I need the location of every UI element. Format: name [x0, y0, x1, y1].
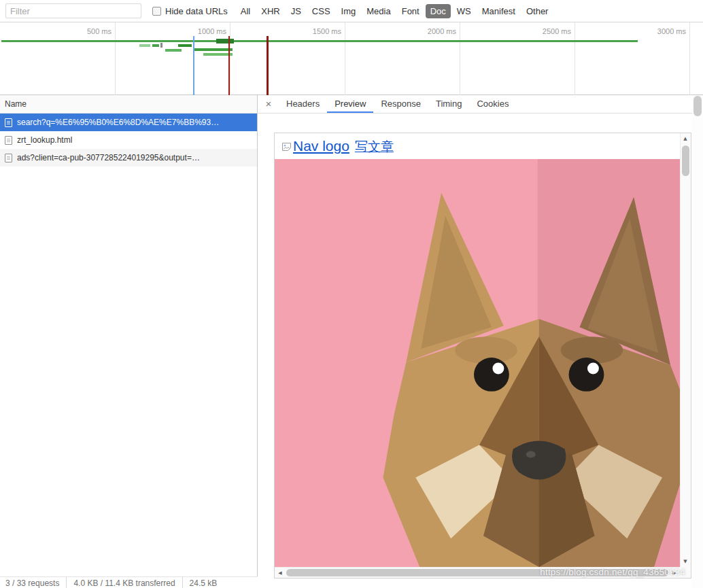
request-row[interactable]: ads?client=ca-pub-3077285224019295&outpu…: [0, 149, 257, 167]
filter-input[interactable]: [5, 3, 141, 18]
scroll-up-icon[interactable]: ▲: [680, 133, 691, 144]
scrollbar-corner: [680, 567, 691, 578]
preview-frame: Nav logo写文章: [274, 133, 691, 578]
preview-vertical-scrollbar[interactable]: ▲ ▼: [680, 133, 691, 567]
filter-all[interactable]: All: [236, 4, 255, 18]
broken-image-icon: [281, 142, 292, 152]
hide-data-urls-checkbox[interactable]: [152, 7, 161, 16]
resource-type-filters: All XHR JS CSS Img Media Font Doc WS Man…: [236, 4, 555, 18]
document-icon: [5, 136, 12, 145]
resources-size: 24.5 kB: [183, 577, 224, 588]
horizontal-scrollbar-thumb[interactable]: [286, 569, 668, 576]
close-icon[interactable]: ×: [258, 95, 279, 113]
network-status-bar: 3 / 33 requests 4.0 KB / 11.4 KB transfe…: [0, 576, 258, 588]
preview-nav-line: Nav logo写文章: [275, 133, 680, 159]
tab-preview[interactable]: Preview: [327, 95, 373, 113]
request-row[interactable]: search?q=%E6%95%B0%E6%8D%AE%E7%BB%93…: [0, 114, 257, 131]
document-icon: [5, 118, 12, 127]
scroll-down-icon[interactable]: ▼: [680, 556, 691, 567]
dog-illustration: [275, 159, 680, 567]
vertical-scrollbar-thumb[interactable]: [682, 145, 689, 176]
requests-count: 3 / 33 requests: [0, 577, 67, 588]
detail-tabbar: × Headers Preview Response Timing Cookie…: [258, 95, 703, 114]
tab-timing[interactable]: Timing: [428, 95, 470, 113]
overview-track: [0, 22, 703, 95]
request-name: ads?client=ca-pub-3077285224019295&outpu…: [17, 153, 200, 162]
tab-cookies[interactable]: Cookies: [469, 95, 516, 113]
name-column-header[interactable]: Name: [0, 95, 257, 114]
hide-data-urls-label[interactable]: Hide data URLs: [165, 6, 228, 16]
write-article-link[interactable]: 写文章: [355, 139, 394, 154]
nav-logo-link[interactable]: Nav logo: [293, 138, 349, 154]
detail-panel: × Headers Preview Response Timing Cookie…: [258, 95, 703, 588]
filter-ws[interactable]: WS: [452, 4, 476, 18]
panel-scrollbar-thumb[interactable]: [693, 96, 702, 116]
filter-img[interactable]: Img: [337, 4, 361, 18]
network-toolbar: Hide data URLs All XHR JS CSS Img Media …: [0, 0, 703, 22]
preview-horizontal-scrollbar[interactable]: ◀ ▶: [275, 567, 680, 578]
requests-panel: Name search?q=%E6%95%B0%E6%8D%AE%E7%BB%9…: [0, 95, 258, 588]
document-icon: [5, 154, 12, 162]
filter-doc[interactable]: Doc: [426, 4, 451, 18]
request-name: zrt_lookup.html: [17, 135, 72, 145]
filter-media[interactable]: Media: [362, 4, 395, 18]
scroll-right-icon[interactable]: ▶: [669, 568, 680, 578]
request-name: search?q=%E6%95%B0%E6%8D%AE%E7%BB%93…: [17, 118, 219, 127]
filter-font[interactable]: Font: [397, 4, 424, 18]
request-row[interactable]: zrt_lookup.html: [0, 131, 257, 149]
tab-headers[interactable]: Headers: [279, 95, 327, 113]
filter-manifest[interactable]: Manifest: [477, 4, 520, 18]
panel-scrollbar[interactable]: [692, 95, 703, 588]
filter-xhr[interactable]: XHR: [256, 4, 284, 18]
tab-response[interactable]: Response: [373, 95, 428, 113]
filter-js[interactable]: JS: [286, 4, 306, 18]
scroll-left-icon[interactable]: ◀: [275, 568, 286, 578]
filter-other[interactable]: Other: [521, 4, 553, 18]
transferred-size: 4.0 KB / 11.4 KB transferred: [67, 577, 182, 588]
filter-css[interactable]: CSS: [307, 4, 335, 18]
network-overview[interactable]: 500 ms 1000 ms 1500 ms 2000 ms 2500 ms 3…: [0, 22, 703, 95]
